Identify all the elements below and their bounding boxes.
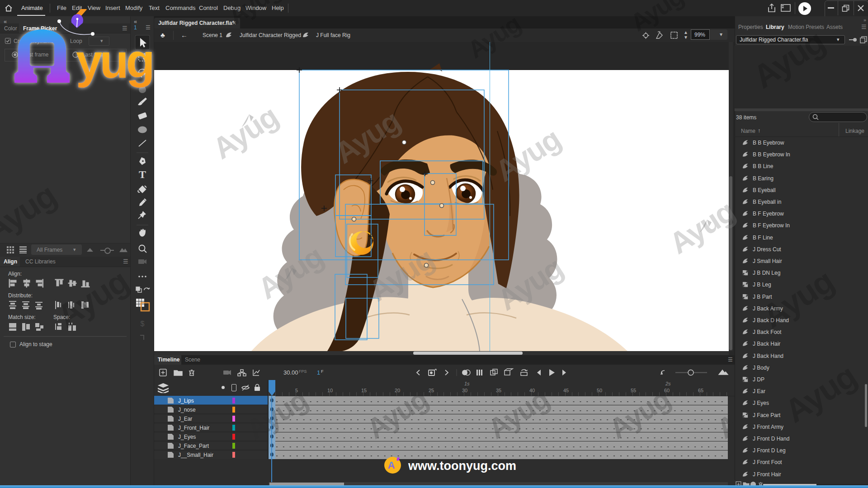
svg-text:J_Face_Part: J_Face_Part <box>178 443 209 449</box>
svg-text:J_nose: J_nose <box>178 407 196 413</box>
svg-text:J_Eyes: J_Eyes <box>178 434 196 440</box>
svg-text:1: 1 <box>317 369 320 376</box>
svg-text:F: F <box>321 369 324 374</box>
svg-text:30.00: 30.00 <box>283 369 298 376</box>
svg-text:FPS: FPS <box>299 369 307 374</box>
svg-text:J__Small_Hair: J__Small_Hair <box>178 452 213 458</box>
svg-text:$: $ <box>141 320 145 328</box>
svg-text:J_Front_Hair: J_Front_Hair <box>178 425 209 431</box>
svg-text:J_Lips: J_Lips <box>178 398 194 404</box>
svg-text:T: T <box>139 169 146 180</box>
svg-text:yug: yug <box>76 35 152 88</box>
svg-text:J_Ear: J_Ear <box>178 416 192 422</box>
